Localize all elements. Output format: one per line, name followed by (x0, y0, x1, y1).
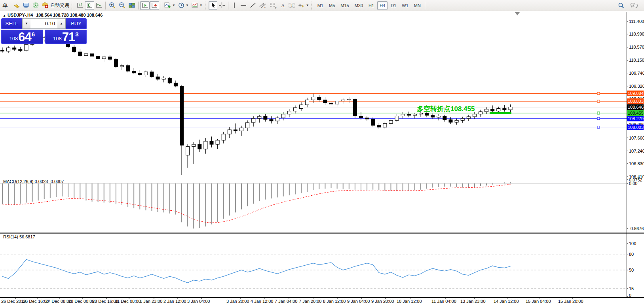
ask-pip-digit: 3 (75, 31, 78, 38)
ask-prefix: 108 (53, 36, 62, 42)
svg-text:28 Dec 16:00: 28 Dec 16:00 (92, 299, 118, 304)
svg-text:28 Dec 00:00: 28 Dec 00:00 (68, 299, 94, 304)
line-handle[interactable] (597, 126, 600, 128)
svg-text:80: 80 (629, 252, 634, 257)
svg-text:109.740: 109.740 (629, 71, 644, 76)
symbol-header: ▲USDJPY-,H4108.564 108.728 108.480 108.6… (3, 13, 103, 17)
lot-size-input[interactable] (30, 19, 57, 28)
chart-area[interactable]: 111.400110.990110.570110.150109.740109.3… (0, 0, 644, 306)
time-axis: 26 Dec 201826 Dec 16:0027 Dec 08:0028 De… (1, 297, 583, 304)
price-badge-108.833[interactable]: 108.833 (627, 98, 644, 104)
svg-text:15: 15 (629, 286, 634, 291)
panel-collapse-icon[interactable]: ▲ (3, 14, 6, 17)
rsi-indicator-label: RSI(14) 56.6817 (3, 234, 35, 239)
rsi-pane: 1008050150 (0, 241, 636, 298)
svg-text:3 Jan 04:00: 3 Jan 04:00 (187, 299, 210, 304)
svg-text:100: 100 (629, 241, 636, 246)
price-badge-108.455[interactable]: 108.455 (627, 110, 644, 116)
svg-text:4 Jan 12:00: 4 Jan 12:00 (251, 299, 274, 304)
svg-text:8 Jan 12:00: 8 Jan 12:00 (323, 299, 346, 304)
svg-text:2 Jan 12:00: 2 Jan 12:00 (163, 299, 186, 304)
chart-annotation-text: 多空转折点108.455 (417, 104, 475, 113)
price-badge-108.646: 108.646 (627, 104, 644, 110)
one-click-trading-panel: SELL ▼ ▲ BUY 108646 108713 (1, 18, 87, 44)
svg-text:10 Jan 12:00: 10 Jan 12:00 (397, 299, 422, 304)
svg-text:50: 50 (629, 268, 634, 272)
ask-big-digits: 71 (62, 32, 75, 42)
price-badge-108.279[interactable]: 108.279 (627, 116, 644, 121)
svg-text:106.830: 106.830 (629, 161, 644, 166)
svg-text:15 Jan 20:00: 15 Jan 20:00 (558, 299, 583, 304)
bid-price-button[interactable]: 108646 (1, 30, 43, 44)
svg-text:-0.8676: -0.8676 (629, 226, 644, 231)
lot-size-box: ▼ ▲ (22, 18, 66, 29)
svg-text:111.400: 111.400 (629, 19, 644, 24)
svg-text:110.150: 110.150 (629, 58, 644, 62)
svg-text:1 Jan 23:00: 1 Jan 23:00 (140, 299, 163, 304)
rsi-line (2, 259, 511, 283)
svg-text:9 Jan 04:00: 9 Jan 04:00 (347, 299, 370, 304)
macd-indicator-label: MACD(12,26,9) 0.0323 -0.0307 (3, 179, 64, 184)
svg-text:15 Jan 04:00: 15 Jan 04:00 (526, 299, 551, 304)
svg-text:7 Jan 20:00: 7 Jan 20:00 (299, 299, 322, 304)
svg-text:11 Jan 04:00: 11 Jan 04:00 (431, 299, 456, 304)
svg-text:7 Jan 04:00: 7 Jan 04:00 (275, 299, 298, 304)
ask-price-button[interactable]: 108713 (45, 30, 87, 44)
svg-text:0: 0 (629, 293, 631, 298)
svg-text:107.240: 107.240 (629, 149, 644, 153)
svg-text:9 Jan 20:00: 9 Jan 20:00 (371, 299, 394, 304)
bid-prefix: 108 (9, 36, 18, 42)
line-handle[interactable] (597, 92, 600, 94)
svg-text:110.570: 110.570 (629, 45, 644, 49)
svg-text:0.00: 0.00 (629, 181, 637, 186)
bid-big-digits: 64 (18, 32, 31, 42)
line-handle[interactable] (597, 112, 600, 114)
svg-text:27 Dec 08:00: 27 Dec 08:00 (46, 299, 71, 304)
macd-pane: 0.07520.00-0.8676 (0, 178, 644, 231)
ohlc-values: 108.564 108.728 108.480 108.646 (36, 13, 103, 17)
svg-text:26 Dec 2018: 26 Dec 2018 (1, 299, 26, 304)
price-badge-109.084[interactable]: 109.084 (627, 91, 644, 96)
svg-text:26 Dec 16:00: 26 Dec 16:00 (23, 299, 49, 304)
svg-text:14 Jan 12:00: 14 Jan 12:00 (494, 299, 519, 304)
line-handle[interactable] (597, 100, 600, 102)
lot-increase-button[interactable]: ▲ (57, 19, 65, 28)
pane-borders (0, 12, 644, 298)
svg-text:109.320: 109.320 (629, 84, 644, 89)
bid-pip-digit: 6 (32, 31, 35, 38)
sell-button[interactable]: SELL (1, 18, 22, 29)
trading-terminal: 单 自 (0, 0, 644, 306)
price-badge-108.003[interactable]: 108.003 (627, 125, 644, 130)
buy-button[interactable]: BUY (66, 18, 87, 29)
line-handle[interactable] (597, 117, 600, 120)
svg-text:110.990: 110.990 (629, 32, 644, 36)
svg-text:13 Jan 23:00: 13 Jan 23:00 (460, 299, 486, 304)
chart-shift-marker-icon[interactable] (515, 12, 520, 15)
symbol-name: USDJPY-,H4 (8, 13, 33, 17)
macd-signal-line (2, 184, 511, 223)
lot-decrease-button[interactable]: ▼ (23, 19, 30, 28)
annotation-bar[interactable] (490, 112, 511, 114)
svg-text:3 Jan 20:00: 3 Jan 20:00 (226, 299, 249, 304)
svg-text:107.660: 107.660 (629, 136, 644, 140)
svg-text:31 Dec 08:00: 31 Dec 08:00 (115, 299, 141, 304)
